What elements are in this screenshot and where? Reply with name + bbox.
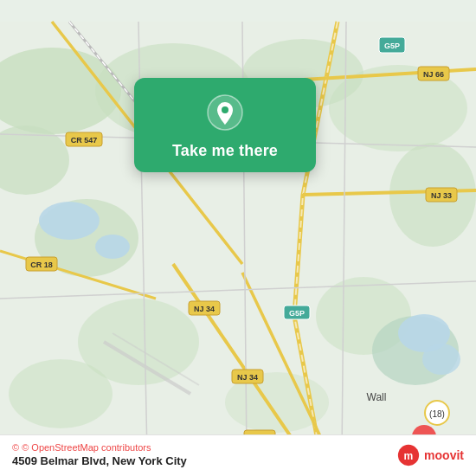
svg-text:m: m — [404, 449, 414, 461]
svg-text:G5P: G5P — [384, 42, 400, 50]
bottom-bar: © © OpenStreetMap contributors 4509 Belm… — [0, 434, 476, 476]
svg-text:NJ 34: NJ 34 — [237, 373, 258, 382]
map-container: G5P NJ 66 CR 547 NJ 33 CR 18 NJ 34 G5P N… — [0, 0, 476, 476]
moovit-logo: m moovit — [396, 443, 464, 467]
svg-point-14 — [95, 235, 130, 259]
svg-text:NJ 33: NJ 33 — [431, 191, 452, 200]
svg-point-11 — [9, 359, 113, 428]
svg-text:(18): (18) — [429, 409, 445, 419]
svg-text:Wall: Wall — [367, 391, 387, 403]
svg-text:NJ 34: NJ 34 — [194, 305, 215, 313]
svg-text:CR 547: CR 547 — [71, 136, 98, 145]
location-pin-icon — [206, 93, 244, 132]
svg-text:G5P: G5P — [289, 309, 305, 318]
svg-text:NJ 66: NJ 66 — [423, 70, 444, 79]
svg-point-56 — [222, 106, 228, 113]
address-label: 4509 Belmar Blvd, New York City — [12, 454, 187, 467]
moovit-text: moovit — [424, 448, 464, 462]
svg-text:CR 18: CR 18 — [30, 261, 53, 269]
map-background: G5P NJ 66 CR 547 NJ 33 CR 18 NJ 34 G5P N… — [0, 0, 476, 476]
osm-credit-text: © OpenStreetMap contributors — [22, 442, 151, 453]
popup-card[interactable]: Take me there — [134, 78, 316, 172]
osm-credit: © © OpenStreetMap contributors — [12, 442, 187, 453]
svg-point-13 — [39, 202, 100, 240]
moovit-logo-icon: m — [396, 443, 421, 467]
svg-point-16 — [422, 344, 460, 375]
take-me-there-button[interactable]: Take me there — [172, 142, 278, 160]
